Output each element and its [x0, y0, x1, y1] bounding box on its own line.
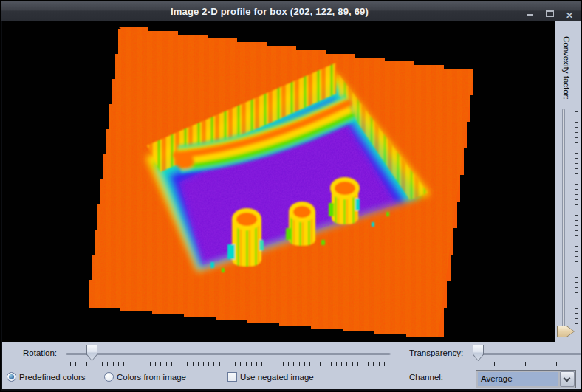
pillar-left [227, 210, 264, 267]
thumb-face [558, 326, 574, 337]
profile-3d-view[interactable] [2, 21, 555, 342]
channel-dropdown-button[interactable] [560, 371, 575, 387]
close-button[interactable]: ✕ [563, 8, 576, 18]
window-title: Image 2-D profile for box (202, 122, 89,… [1, 1, 538, 22]
radio-predefined-colors-label[interactable]: Predefined colors [19, 373, 86, 382]
minimize-icon [527, 14, 533, 16]
convexity-panel: Convexity factor: [555, 21, 582, 342]
rotation-label: Rotation: [23, 348, 57, 357]
use-negated-image-label[interactable]: Use negated image [240, 373, 314, 382]
minimize-button[interactable] [524, 8, 537, 18]
radio-colors-from-image[interactable] [104, 372, 114, 382]
rotation-slider-ticks [70, 362, 389, 366]
pillar-middle [286, 204, 315, 246]
use-negated-image-checkbox[interactable] [227, 372, 237, 382]
radio-selected-dot [9, 374, 14, 379]
transparency-slider-track[interactable] [476, 353, 581, 355]
convexity-label: Convexity factor: [562, 36, 571, 100]
radio-predefined-colors[interactable] [7, 372, 16, 382]
radio-colors-from-image-label[interactable]: Colors from image [117, 373, 186, 382]
profile-window: Image 2-D profile for box (202, 122, 89,… [0, 0, 582, 392]
control-panel: Rotation: Transparency: Predefined color… [2, 342, 582, 389]
convexity-slider-ticks [575, 111, 578, 334]
title-bar[interactable]: Image 2-D profile for box (202, 122, 89,… [1, 1, 582, 21]
transparency-label: Transparency: [409, 348, 463, 357]
thumb-face [473, 345, 483, 360]
maximize-icon [546, 10, 554, 17]
pillar-right [329, 179, 360, 224]
rotation-slider-thumb[interactable] [86, 345, 97, 361]
transparency-slider-thumb[interactable] [473, 345, 484, 361]
channel-combobox[interactable]: Average [476, 370, 576, 388]
heightmap-scene [2, 21, 555, 342]
convexity-slider-thumb[interactable] [557, 326, 575, 337]
chevron-down-icon [564, 375, 571, 382]
thumb-face [87, 345, 97, 360]
transparency-slider-ticks [479, 362, 581, 366]
channel-label: Channel: [409, 373, 443, 382]
maximize-button[interactable] [544, 8, 557, 18]
convexity-slider-track[interactable] [562, 109, 565, 337]
rotation-slider-track[interactable] [66, 353, 391, 355]
close-icon: ✕ [566, 10, 573, 21]
channel-selected-value: Average [478, 372, 558, 386]
